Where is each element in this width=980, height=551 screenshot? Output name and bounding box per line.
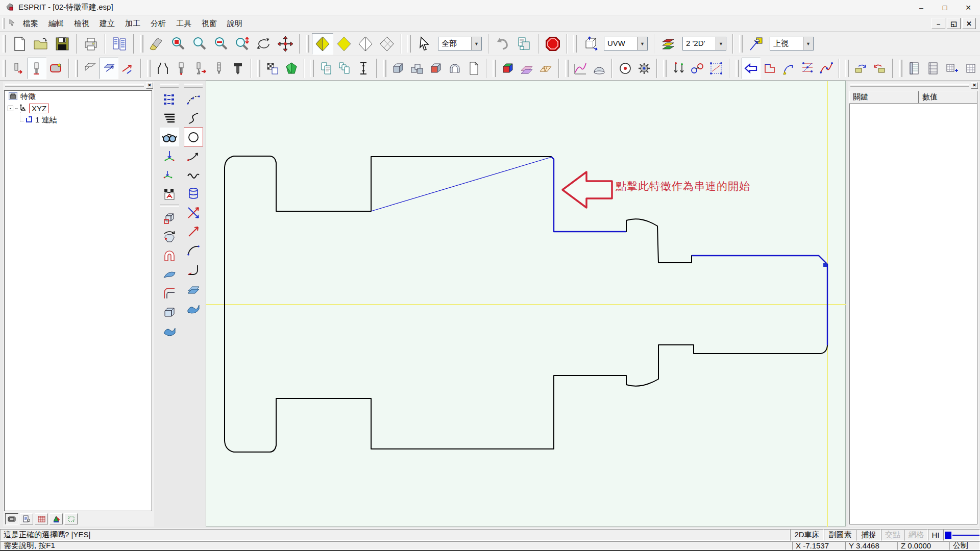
menu-item-window[interactable]: 視窗: [197, 17, 222, 31]
grid-small-icon[interactable]: [961, 58, 980, 79]
mdi-restore-button[interactable]: ◱: [947, 18, 961, 29]
turn-profile-icon[interactable]: [153, 58, 172, 79]
toolbar-grip[interactable]: [3, 35, 6, 53]
drill-move-icon[interactable]: [191, 58, 210, 79]
report-icon[interactable]: [109, 33, 130, 55]
tree-node-link[interactable]: 1 連結: [35, 115, 57, 125]
props-key-header[interactable]: 關鍵: [849, 91, 919, 104]
close-button[interactable]: ✕: [957, 0, 980, 15]
feature-start-marker[interactable]: [823, 263, 827, 267]
layer-combo[interactable]: 2 '2D' ▼: [682, 37, 726, 51]
solid-assembly-icon[interactable]: [408, 58, 427, 79]
layers-icon[interactable]: [658, 33, 679, 55]
helix-icon[interactable]: [184, 184, 203, 203]
machine-setup-icon[interactable]: [160, 184, 179, 203]
solid-face-icon[interactable]: [426, 58, 445, 79]
view-combo[interactable]: 上視 ▼: [770, 37, 814, 51]
tree-root-label[interactable]: 特徵: [20, 92, 36, 102]
export-feature-icon[interactable]: [851, 58, 870, 79]
feature-tree[interactable]: 特徵 - XYZ 1 連結: [4, 90, 152, 511]
snap-cell[interactable]: 捕捉: [856, 529, 881, 541]
work-axis-icon[interactable]: [118, 58, 137, 79]
zoom-extents-icon[interactable]: [232, 33, 253, 55]
select-grid-box-icon[interactable]: [707, 58, 726, 79]
work-plane-icon[interactable]: [579, 33, 601, 55]
axis-down-small-icon[interactable]: [160, 165, 179, 184]
measure-icon[interactable]: [354, 58, 373, 79]
tap-tool-icon[interactable]: [210, 58, 229, 79]
fillet-polyline-icon[interactable]: [184, 260, 203, 279]
stop-icon[interactable]: [542, 33, 564, 55]
sort-order-icon[interactable]: [160, 109, 179, 128]
sub-elements-cell[interactable]: 副圖素: [824, 529, 856, 541]
axis-down-icon[interactable]: [160, 146, 179, 165]
selected-feature-segment-2[interactable]: [692, 256, 827, 345]
print-icon[interactable]: [80, 33, 102, 55]
multi-spline-icon[interactable]: [817, 58, 836, 79]
machine-mode-cell[interactable]: 2D車床: [790, 529, 824, 541]
menu-grip[interactable]: [2, 18, 5, 29]
plane-combo[interactable]: UVW ▼: [604, 37, 648, 51]
feature-chain-icon[interactable]: [779, 58, 798, 79]
table-tab[interactable]: [35, 513, 48, 524]
slab-surface-icon[interactable]: [184, 279, 203, 297]
menu-item-file[interactable]: 檔案: [18, 17, 43, 31]
panel-grip[interactable]: [850, 84, 969, 87]
revolve-body-icon[interactable]: [160, 227, 179, 246]
menu-item-create[interactable]: 建立: [94, 17, 120, 31]
grid-cell[interactable]: 網格: [904, 529, 928, 541]
zoom-window-icon[interactable]: [167, 33, 189, 55]
mill-tool-icon[interactable]: [229, 58, 248, 79]
chevron-down-icon[interactable]: ▼: [803, 37, 813, 50]
mdi-minimize-button[interactable]: –: [932, 18, 945, 29]
wavy-surface-icon[interactable]: [184, 297, 203, 316]
menu-item-tools[interactable]: 工具: [171, 17, 197, 31]
solid-block-icon[interactable]: [389, 58, 408, 79]
dome-icon[interactable]: [590, 58, 609, 79]
maximize-button[interactable]: □: [933, 0, 957, 15]
copy-multiple-icon[interactable]: [335, 58, 354, 79]
chevron-down-icon[interactable]: ▼: [637, 37, 647, 50]
chuck-icon[interactable]: [46, 58, 65, 79]
link-elements-icon[interactable]: [688, 58, 707, 79]
tree-node-xyz[interactable]: XYZ: [29, 104, 49, 113]
toolbar-grip[interactable]: [184, 84, 203, 88]
knowledge-book-icon[interactable]: [905, 58, 924, 79]
grid-plus-icon[interactable]: [943, 58, 962, 79]
drawing-canvas[interactable]: 點擊此特徵作為串連的開始: [206, 81, 846, 527]
axes-pair-icon[interactable]: [669, 58, 688, 79]
panel-grip[interactable]: [5, 84, 144, 87]
new-file-icon[interactable]: [9, 33, 30, 55]
spindle-setup-icon[interactable]: [28, 58, 46, 79]
chevron-down-icon[interactable]: ▼: [716, 37, 726, 50]
gear-icon[interactable]: [634, 58, 653, 79]
corner-round-icon[interactable]: [160, 284, 179, 303]
machine-tab[interactable]: [5, 513, 18, 524]
operations-tab[interactable]: [20, 513, 33, 524]
redraw-brush-icon[interactable]: [146, 33, 167, 55]
chain-direction-arrow-icon[interactable]: [742, 58, 761, 79]
intersection-cell[interactable]: 交點: [881, 529, 904, 541]
pattern-grid-icon[interactable]: [798, 58, 817, 79]
wireframe-view-icon[interactable]: [355, 33, 376, 55]
cross-arrows-icon[interactable]: [184, 203, 203, 222]
curve-direction-icon[interactable]: [184, 146, 203, 165]
menu-item-view[interactable]: 檢視: [69, 17, 94, 31]
surface-sheets-icon[interactable]: [518, 58, 536, 79]
analysis-tab[interactable]: [50, 513, 63, 524]
toolbar-grip[interactable]: [3, 60, 6, 77]
rotate-view-icon[interactable]: [253, 33, 275, 55]
mdi-close-button[interactable]: ✕: [962, 18, 976, 29]
view-orientation-icon[interactable]: [745, 33, 767, 55]
circle-tool-icon[interactable]: [184, 128, 203, 146]
selection-filter-combo[interactable]: 全部 ▼: [438, 37, 482, 51]
feature-polygon-icon[interactable]: [761, 58, 779, 79]
face-plane-icon[interactable]: [81, 58, 100, 79]
knowledge-book2-icon[interactable]: [924, 58, 943, 79]
arc-tool-icon[interactable]: [184, 241, 203, 260]
rgb-solid-icon[interactable]: [499, 58, 518, 79]
work-plane-feature-icon[interactable]: [100, 58, 118, 79]
diagonal-arrow-icon[interactable]: [184, 222, 203, 241]
solid-extrude-icon[interactable]: [445, 58, 464, 79]
chevron-down-icon[interactable]: ▼: [471, 37, 481, 50]
